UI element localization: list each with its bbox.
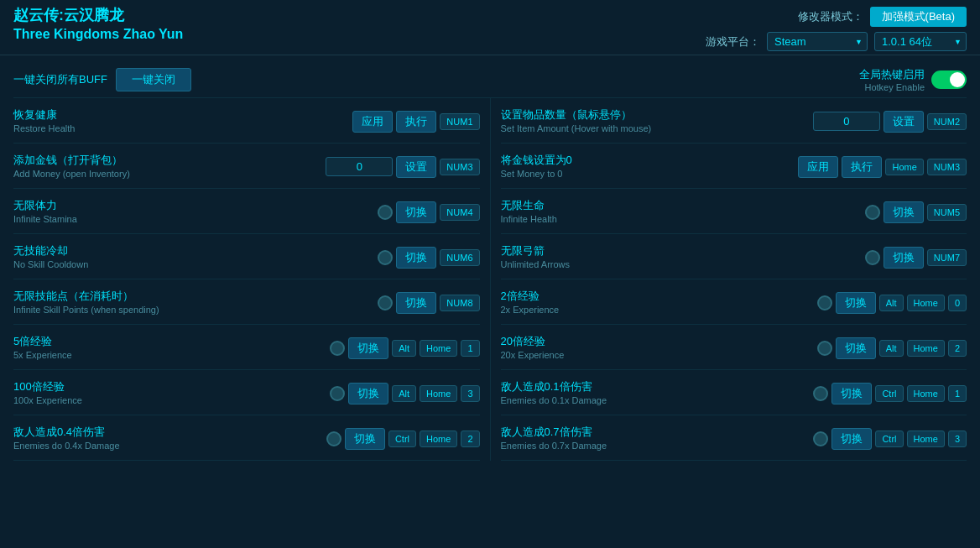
key-restore-health[interactable]: NUM1 xyxy=(440,113,479,130)
cn-no-skill-cooldown: 无技能冷却 xyxy=(13,244,378,258)
key-home-100x-exp[interactable]: Home xyxy=(420,385,457,402)
toggle-no-skill-cooldown[interactable] xyxy=(378,250,393,265)
two-col-area: 恢复健康 Restore Health 应用 执行 NUM1 添加金钱（打开背包… xyxy=(13,98,967,461)
key-2-20x-exp[interactable]: 2 xyxy=(948,340,967,357)
toggle-20x-exp[interactable] xyxy=(817,341,832,356)
en-set-money-0: Set Money to 0 xyxy=(501,168,799,180)
cn-enemy-01x: 敌人造成0.1倍伤害 xyxy=(501,380,814,394)
controls-infinite-stamina: 切换 NUM4 xyxy=(378,201,479,223)
key-set-item-amount[interactable]: NUM2 xyxy=(927,113,967,130)
key-home-set-money-0[interactable]: Home xyxy=(885,159,923,175)
key-alt-100x-exp[interactable]: Alt xyxy=(392,385,416,402)
key-infinite-skill-points[interactable]: NUM8 xyxy=(440,295,479,311)
apply-set-money-0[interactable]: 应用 xyxy=(798,156,838,178)
switch-unlimited-arrows[interactable]: 切换 xyxy=(884,247,924,269)
cn-100x-exp: 100倍经验 xyxy=(13,380,330,394)
hotkey-toggle[interactable] xyxy=(931,70,967,89)
key-infinite-health[interactable]: NUM5 xyxy=(927,204,967,221)
switch-infinite-stamina[interactable]: 切换 xyxy=(396,201,436,223)
cn-enemy-07x: 敌人造成0.7倍伤害 xyxy=(501,425,814,440)
switch-enemy-04x[interactable]: 切换 xyxy=(345,428,385,450)
label-set-item-amount: 设置物品数量（鼠标悬停） Set Item Amount (Hover with… xyxy=(501,108,813,134)
toggle-enemy-07x[interactable] xyxy=(813,431,828,446)
toggle-infinite-health[interactable] xyxy=(865,205,880,220)
controls-infinite-health: 切换 NUM5 xyxy=(865,201,967,223)
toggle-100x-exp[interactable] xyxy=(330,386,345,401)
key-home-5x-exp[interactable]: Home xyxy=(420,340,457,357)
key-2-enemy-04x[interactable]: 2 xyxy=(461,431,479,447)
toggle-5x-exp[interactable] xyxy=(330,341,345,356)
exec-restore-health[interactable]: 执行 xyxy=(396,111,436,133)
switch-100x-exp[interactable]: 切换 xyxy=(348,383,388,404)
exec-set-money-0[interactable]: 执行 xyxy=(842,156,882,178)
switch-infinite-skill-points[interactable]: 切换 xyxy=(396,292,436,314)
platform-select[interactable]: Steam Epic Other xyxy=(767,32,868,51)
key-num3-set-money-0[interactable]: NUM3 xyxy=(927,159,967,175)
key-add-money[interactable]: NUM3 xyxy=(440,159,479,175)
mode-label: 修改器模式： xyxy=(798,9,863,24)
one-key-close-btn[interactable]: 一键关闭 xyxy=(116,68,191,91)
key-3-100x-exp[interactable]: 3 xyxy=(461,385,479,402)
label-2x-exp: 2倍经验 2x Experience xyxy=(501,290,817,316)
key-home-2x-exp[interactable]: Home xyxy=(907,295,945,311)
controls-enemy-07x: 切换 Ctrl Home 3 xyxy=(813,428,967,450)
key-ctrl-enemy-07x[interactable]: Ctrl xyxy=(875,431,903,447)
toggle-infinite-stamina[interactable] xyxy=(378,205,393,220)
key-home-enemy-01x[interactable]: Home xyxy=(907,385,945,402)
input-add-money[interactable] xyxy=(326,157,393,176)
feature-restore-health: 恢复健康 Restore Health 应用 执行 NUM1 xyxy=(13,98,480,144)
platform-row: 游戏平台： Steam Epic Other 1.0.1 64位 1.0.0 6… xyxy=(706,32,967,51)
switch-20x-exp[interactable]: 切换 xyxy=(836,337,876,359)
key-ctrl-enemy-04x[interactable]: Ctrl xyxy=(388,431,416,447)
feature-5x-exp: 5倍经验 5x Experience 切换 Alt Home 1 xyxy=(13,325,480,370)
label-100x-exp: 100倍经验 100x Experience xyxy=(13,380,330,406)
label-enemy-07x: 敌人造成0.7倍伤害 Enemies do 0.7x Damage xyxy=(501,425,814,451)
switch-5x-exp[interactable]: 切换 xyxy=(348,337,388,359)
toggle-unlimited-arrows[interactable] xyxy=(865,250,880,265)
key-infinite-stamina[interactable]: NUM4 xyxy=(440,204,479,221)
controls-unlimited-arrows: 切换 NUM7 xyxy=(865,247,967,269)
apply-restore-health[interactable]: 应用 xyxy=(352,111,393,133)
en-set-item-amount: Set Item Amount (Hover with mouse) xyxy=(501,123,813,134)
en-restore-health: Restore Health xyxy=(13,123,352,134)
set-item-amount-btn[interactable]: 设置 xyxy=(884,111,924,133)
cn-set-money-0: 将金钱设置为0 xyxy=(501,154,799,168)
header: 赵云传:云汉腾龙 Three Kingdoms Zhao Yun 修改器模式： … xyxy=(0,0,980,55)
controls-5x-exp: 切换 Alt Home 1 xyxy=(330,337,479,359)
label-infinite-skill-points: 无限技能点（在消耗时） Infinite Skill Points (when … xyxy=(13,290,378,316)
switch-infinite-health[interactable]: 切换 xyxy=(884,201,924,223)
version-select[interactable]: 1.0.1 64位 1.0.0 64位 xyxy=(874,32,967,51)
key-3-enemy-07x[interactable]: 3 xyxy=(948,431,967,447)
feature-100x-exp: 100倍经验 100x Experience 切换 Alt Home 3 xyxy=(13,370,480,415)
key-1-enemy-01x[interactable]: 1 xyxy=(948,385,967,402)
label-restore-health: 恢复健康 Restore Health xyxy=(13,108,352,134)
toggle-2x-exp[interactable] xyxy=(817,295,832,311)
key-alt-2x-exp[interactable]: Alt xyxy=(879,295,904,311)
key-home-enemy-07x[interactable]: Home xyxy=(907,431,945,447)
switch-2x-exp[interactable]: 切换 xyxy=(836,292,876,314)
en-unlimited-arrows: Unlimited Arrows xyxy=(501,258,865,270)
key-ctrl-enemy-01x[interactable]: Ctrl xyxy=(875,385,903,402)
set-add-money[interactable]: 设置 xyxy=(396,156,436,178)
toggle-enemy-01x[interactable] xyxy=(813,386,828,401)
switch-enemy-01x[interactable]: 切换 xyxy=(831,383,872,404)
controls-restore-health: 应用 执行 NUM1 xyxy=(352,111,479,133)
key-1-5x-exp[interactable]: 1 xyxy=(461,340,479,357)
key-0-2x-exp[interactable]: 0 xyxy=(948,295,967,311)
key-alt-5x-exp[interactable]: Alt xyxy=(392,340,416,357)
en-infinite-health: Infinite Health xyxy=(501,213,865,225)
input-set-item-amount[interactable] xyxy=(813,112,880,131)
title-cn: 赵云传:云汉腾龙 xyxy=(13,5,183,25)
key-alt-20x-exp[interactable]: Alt xyxy=(879,340,904,357)
switch-enemy-07x[interactable]: 切换 xyxy=(831,428,872,450)
mode-button[interactable]: 加强模式(Beta) xyxy=(870,7,967,27)
key-no-skill-cooldown[interactable]: NUM6 xyxy=(440,249,479,266)
controls-100x-exp: 切换 Alt Home 3 xyxy=(330,383,479,404)
key-home-enemy-04x[interactable]: Home xyxy=(420,431,457,447)
key-home-20x-exp[interactable]: Home xyxy=(907,340,945,357)
toggle-infinite-skill-points[interactable] xyxy=(378,295,393,311)
switch-no-skill-cooldown[interactable]: 切换 xyxy=(396,247,436,269)
cn-restore-health: 恢复健康 xyxy=(13,108,352,123)
key-unlimited-arrows[interactable]: NUM7 xyxy=(927,249,967,266)
toggle-enemy-04x[interactable] xyxy=(326,431,341,446)
